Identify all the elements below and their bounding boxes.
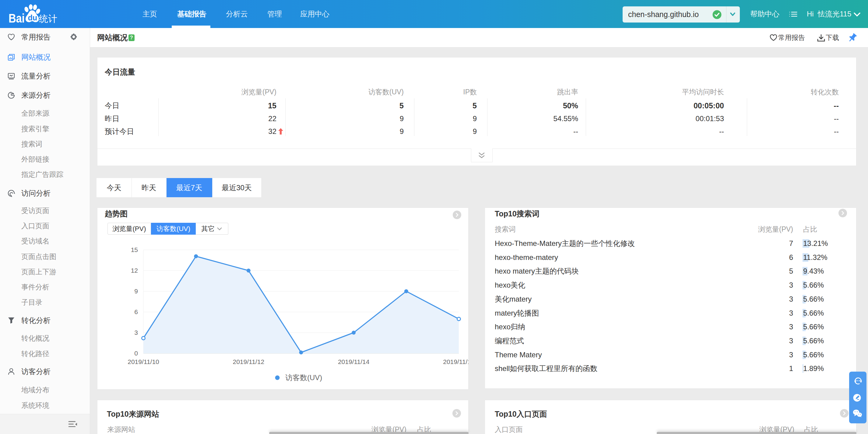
svg-text:12: 12 <box>131 267 138 274</box>
svg-text:2019/11/10: 2019/11/10 <box>128 358 159 365</box>
svg-text:du: du <box>28 13 37 22</box>
svg-text:6: 6 <box>134 308 138 315</box>
svg-text:0: 0 <box>134 350 138 357</box>
svg-text:统计: 统计 <box>39 14 57 24</box>
svg-text:9: 9 <box>134 288 138 294</box>
svg-text:2019/11/12: 2019/11/12 <box>233 358 265 365</box>
svg-text:访客数(UV): 访客数(UV) <box>285 373 322 382</box>
svg-text:Bai: Bai <box>8 11 25 24</box>
svg-text:3: 3 <box>134 329 138 336</box>
svg-text:2019/11/16: 2019/11/16 <box>443 358 469 365</box>
svg-text:2019/11/14: 2019/11/14 <box>338 358 370 365</box>
svg-text:15: 15 <box>131 246 138 253</box>
